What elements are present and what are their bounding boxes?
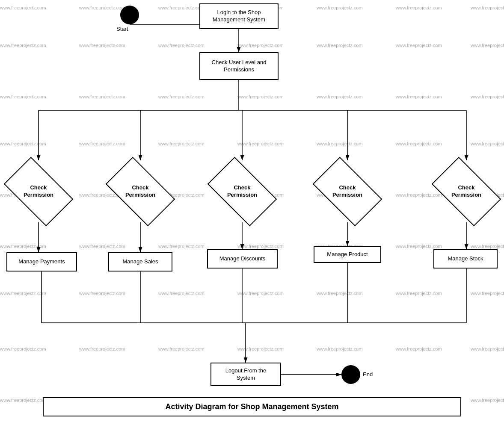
diamond-permission-5: CheckPermission — [436, 160, 496, 222]
watermark: www.freeprojectz.com — [158, 43, 205, 48]
watermark: www.freeprojectz.com — [0, 291, 46, 296]
login-box: Login to the Shop Management System — [199, 3, 279, 29]
manage-payments-text: Manage Payments — [18, 258, 65, 266]
watermark: www.freeprojectz.com — [396, 43, 442, 48]
watermark: www.freeprojectz.com — [79, 141, 125, 146]
manage-discounts-text: Manage Discounts — [219, 255, 266, 263]
watermark: www.freeprojectz.com — [0, 5, 46, 10]
watermark: www.freeprojectz.com — [471, 398, 504, 403]
watermark: www.freeprojectz.com — [396, 346, 442, 351]
manage-discounts-box: Manage Discounts — [207, 249, 278, 269]
diamond-permission-2: CheckPermission — [110, 160, 170, 222]
login-box-text: Login to the Shop Management System — [200, 9, 278, 24]
watermark: www.freeprojectz.com — [158, 244, 205, 249]
watermark: www.freeprojectz.com — [317, 5, 363, 10]
diagram-title: Activity Diagram for Shop Management Sys… — [43, 397, 461, 416]
watermark: www.freeprojectz.com — [237, 141, 284, 146]
watermark: www.freeprojectz.com — [471, 141, 504, 146]
watermark: www.freeprojectz.com — [0, 346, 46, 351]
watermark: www.freeprojectz.com — [158, 346, 205, 351]
diamond-permission-4: CheckPermission — [317, 160, 377, 222]
check-user-box: Check User Level andPermissions — [199, 52, 279, 80]
diamond-permission-3: CheckPermission — [212, 160, 272, 222]
watermark: www.freeprojectz.com — [317, 141, 363, 146]
watermark: www.freeprojectz.com — [158, 291, 205, 296]
watermark: www.freeprojectz.com — [0, 43, 46, 48]
watermark: www.freeprojectz.com — [396, 5, 442, 10]
watermark: www.freeprojectz.com — [237, 94, 284, 99]
watermark: www.freeprojectz.com — [317, 291, 363, 296]
watermark: www.freeprojectz.com — [158, 5, 205, 10]
watermark: www.freeprojectz.com — [79, 346, 125, 351]
check-user-text: Check User Level andPermissions — [212, 59, 267, 74]
watermark: www.freeprojectz.com — [158, 94, 205, 99]
manage-stock-text: Manage Stock — [448, 255, 483, 263]
diamond-permission-1: CheckPermission — [9, 160, 68, 222]
watermark: www.freeprojectz.com — [317, 94, 363, 99]
watermark: www.freeprojectz.com — [396, 291, 442, 296]
watermark: www.freeprojectz.com — [471, 346, 504, 351]
watermark: www.freeprojectz.com — [396, 244, 442, 249]
watermark: www.freeprojectz.com — [0, 94, 46, 99]
watermark: www.freeprojectz.com — [79, 43, 125, 48]
watermark: www.freeprojectz.com — [0, 141, 46, 146]
watermark: www.freeprojectz.com — [0, 244, 46, 249]
watermark: www.freeprojectz.com — [79, 5, 125, 10]
manage-stock-box: Manage Stock — [433, 249, 498, 269]
watermark: www.freeprojectz.com — [0, 398, 46, 403]
watermark: www.freeprojectz.com — [317, 43, 363, 48]
watermark: www.freeprojectz.com — [471, 43, 504, 48]
watermark: www.freeprojectz.com — [237, 43, 284, 48]
manage-product-box: Manage Product — [314, 246, 381, 263]
logout-box: Logout From theSystem — [210, 363, 281, 386]
manage-product-text: Manage Product — [327, 251, 368, 258]
start-circle — [120, 6, 139, 24]
watermark: www.freeprojectz.com — [79, 94, 125, 99]
end-label: End — [363, 371, 373, 378]
watermark: www.freeprojectz.com — [79, 291, 125, 296]
title-text: Activity Diagram for Shop Management Sys… — [165, 402, 338, 411]
watermark: www.freeprojectz.com — [396, 94, 442, 99]
watermark: www.freeprojectz.com — [396, 141, 442, 146]
logout-text: Logout From theSystem — [225, 367, 266, 382]
watermark: www.freeprojectz.com — [79, 244, 125, 249]
manage-sales-text: Manage Sales — [122, 258, 158, 266]
watermark: www.freeprojectz.com — [237, 346, 284, 351]
watermark: www.freeprojectz.com — [237, 291, 284, 296]
manage-payments-box: Manage Payments — [6, 252, 77, 272]
watermark: www.freeprojectz.com — [396, 192, 442, 198]
watermark: www.freeprojectz.com — [471, 5, 504, 10]
watermark: www.freeprojectz.com — [471, 94, 504, 99]
end-circle — [341, 365, 360, 384]
watermark: www.freeprojectz.com — [471, 244, 504, 249]
watermark: www.freeprojectz.com — [158, 141, 205, 146]
watermark: www.freeprojectz.com — [471, 291, 504, 296]
manage-sales-box: Manage Sales — [108, 252, 172, 272]
watermark: www.freeprojectz.com — [317, 346, 363, 351]
start-label: Start — [116, 26, 128, 32]
watermark: www.freeprojectz.com — [237, 244, 284, 249]
